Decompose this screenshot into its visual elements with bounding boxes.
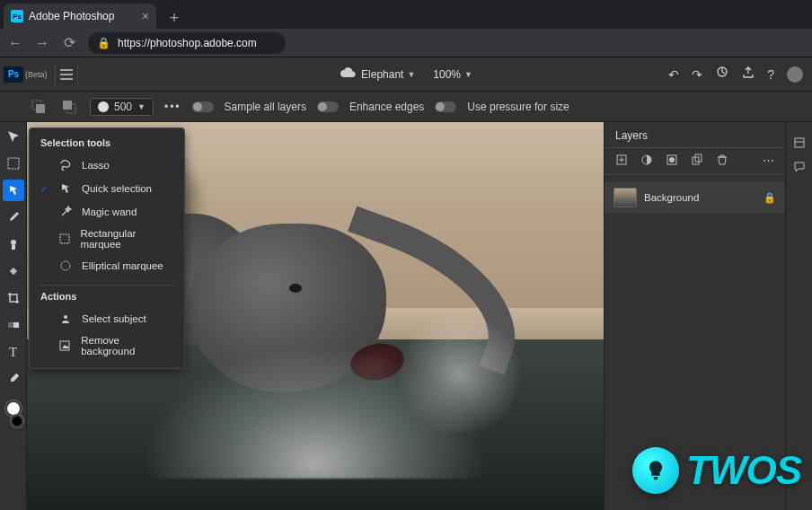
brush-size-picker[interactable]: 500 ▼ bbox=[90, 98, 154, 116]
tab-title: Adobe Photoshop bbox=[29, 10, 114, 22]
type-tool[interactable]: T bbox=[3, 341, 24, 363]
background-color-swatch[interactable] bbox=[11, 415, 23, 427]
filename-text: Elephant bbox=[361, 68, 403, 81]
reload-button[interactable]: ⟳ bbox=[61, 34, 77, 51]
svg-point-13 bbox=[64, 315, 67, 319]
redo-button[interactable]: ↷ bbox=[692, 67, 702, 82]
chevron-down-icon: ▼ bbox=[137, 102, 146, 111]
svg-point-18 bbox=[669, 157, 675, 163]
back-button[interactable]: ← bbox=[7, 35, 23, 51]
sample-all-layers-toggle[interactable] bbox=[192, 101, 214, 112]
forward-button[interactable]: → bbox=[34, 35, 50, 51]
mask-button[interactable] bbox=[664, 154, 680, 169]
quick-selection-item[interactable]: ✓ Quick selection bbox=[30, 177, 184, 200]
user-avatar[interactable] bbox=[787, 66, 803, 83]
watermark-text: TWOS bbox=[686, 448, 801, 493]
ellipse-marquee-item[interactable]: Elliptical marquee bbox=[30, 254, 184, 277]
rect-marquee-icon bbox=[57, 232, 71, 246]
filename-dropdown[interactable]: Elephant ▼ bbox=[361, 68, 415, 81]
action-label: Select subject bbox=[82, 313, 146, 324]
cloud-share-button[interactable] bbox=[715, 66, 729, 82]
url-text: https://photoshop.adobe.com bbox=[118, 37, 257, 49]
browser-tab-bar: Ps Adobe Photoshop × + bbox=[0, 0, 812, 29]
more-options-button[interactable]: ••• bbox=[164, 101, 181, 113]
popup-section-header: Actions bbox=[30, 291, 184, 307]
ps-logo-box: Ps bbox=[4, 66, 23, 83]
cloud-icon bbox=[340, 67, 356, 81]
sample-all-layers-label: Sample all layers bbox=[225, 101, 306, 113]
duplicate-layer-button[interactable] bbox=[689, 154, 705, 169]
brush-size-value: 500 bbox=[114, 101, 132, 113]
new-tab-button[interactable]: + bbox=[163, 7, 185, 29]
check-icon: ✓ bbox=[40, 184, 49, 194]
header-actions: ↶ ↷ ? bbox=[668, 66, 812, 83]
move-tool[interactable] bbox=[3, 126, 24, 147]
chevron-down-icon: ▼ bbox=[407, 70, 415, 79]
layer-name: Background bbox=[644, 192, 699, 203]
remove-background-action[interactable]: Remove background bbox=[30, 330, 184, 361]
zoom-dropdown[interactable]: 100% ▼ bbox=[433, 68, 472, 81]
eyedropper-tool[interactable] bbox=[3, 368, 24, 390]
lock-icon[interactable]: 🔒 bbox=[763, 192, 776, 204]
magic-wand-icon bbox=[58, 205, 73, 219]
delete-layer-button[interactable] bbox=[714, 154, 730, 169]
healing-tool[interactable] bbox=[3, 260, 24, 282]
watermark-overlay: TWOS bbox=[632, 447, 801, 494]
enhance-edges-toggle[interactable] bbox=[317, 101, 339, 112]
svg-point-8 bbox=[12, 270, 14, 273]
rect-marquee-item[interactable]: Rectangular marquee bbox=[30, 224, 184, 254]
properties-panel-button[interactable] bbox=[793, 136, 806, 152]
ellipse-marquee-icon bbox=[58, 259, 73, 273]
use-pressure-toggle[interactable] bbox=[435, 101, 456, 112]
svg-point-6 bbox=[11, 240, 16, 245]
zoom-value: 100% bbox=[433, 68, 461, 81]
layer-thumbnail bbox=[613, 188, 637, 207]
svg-rect-11 bbox=[60, 234, 69, 243]
quick-selection-tool[interactable] bbox=[3, 180, 24, 201]
canvas[interactable]: Selection tools Lasso ✓ Quick selection … bbox=[27, 122, 604, 510]
selection-tools-popup: Selection tools Lasso ✓ Quick selection … bbox=[29, 128, 185, 369]
tool-label: Lasso bbox=[82, 160, 110, 171]
mode-add-icon[interactable] bbox=[29, 97, 49, 117]
layers-toolbar: ⋯ bbox=[605, 147, 785, 175]
magic-wand-item[interactable]: Magic wand bbox=[30, 200, 184, 224]
browser-tab[interactable]: Ps Adobe Photoshop × bbox=[4, 4, 156, 29]
popup-section-header: Selection tools bbox=[30, 137, 184, 154]
adjustment-layer-button[interactable] bbox=[639, 154, 655, 169]
close-tab-icon[interactable]: × bbox=[142, 9, 149, 23]
clone-tool[interactable] bbox=[3, 233, 24, 255]
tool-label: Quick selection bbox=[82, 183, 152, 194]
mode-subtract-icon[interactable] bbox=[59, 97, 79, 117]
svg-rect-3 bbox=[63, 101, 72, 110]
export-button[interactable] bbox=[742, 66, 755, 82]
add-layer-button[interactable] bbox=[613, 154, 630, 169]
lasso-tool-item[interactable]: Lasso bbox=[30, 154, 184, 177]
tool-label: Rectangular marquee bbox=[80, 228, 173, 250]
gradient-tool[interactable] bbox=[3, 314, 24, 336]
url-box[interactable]: 🔒 https://photoshop.adobe.com bbox=[88, 32, 286, 54]
remove-bg-icon bbox=[58, 339, 73, 353]
layer-row-background[interactable]: Background 🔒 bbox=[605, 182, 785, 213]
quick-select-icon bbox=[58, 181, 73, 196]
options-bar: 500 ▼ ••• Sample all layers Enhance edge… bbox=[0, 92, 812, 122]
select-subject-icon bbox=[58, 312, 73, 326]
svg-point-12 bbox=[61, 261, 70, 270]
help-button[interactable]: ? bbox=[767, 67, 774, 82]
layer-options-button[interactable]: ⋯ bbox=[760, 154, 776, 169]
undo-button[interactable]: ↶ bbox=[668, 67, 679, 82]
rect-marquee-tool[interactable] bbox=[3, 153, 24, 174]
brush-tool[interactable] bbox=[3, 207, 24, 228]
app-header: Ps (Beta) Elephant ▼ 100% ▼ ↶ ↷ ? bbox=[0, 57, 812, 92]
hamburger-menu-button[interactable] bbox=[55, 63, 78, 86]
svg-rect-10 bbox=[8, 322, 13, 328]
tab-favicon: Ps bbox=[11, 10, 23, 22]
lock-icon: 🔒 bbox=[97, 37, 110, 49]
crop-tool[interactable] bbox=[3, 287, 24, 309]
left-toolbar: T bbox=[0, 122, 27, 510]
select-subject-action[interactable]: Select subject bbox=[30, 307, 184, 330]
tool-label: Magic wand bbox=[82, 207, 137, 217]
use-pressure-label: Use pressure for size bbox=[467, 101, 569, 113]
comments-panel-button[interactable] bbox=[793, 161, 806, 176]
app-logo[interactable]: Ps bbox=[0, 57, 27, 92]
svg-rect-2 bbox=[36, 104, 45, 113]
